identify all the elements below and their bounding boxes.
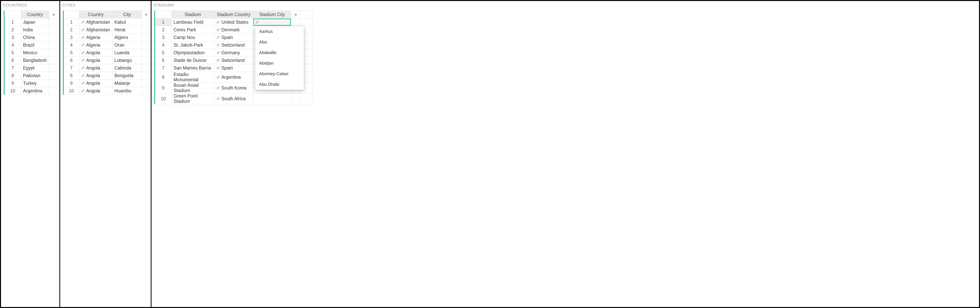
- cell-stadium[interactable]: Busan Asiad Stadium: [172, 83, 214, 94]
- cell-country-link[interactable]: Angola: [79, 64, 112, 72]
- cell-city[interactable]: Benguela: [112, 72, 142, 79]
- column-header-stadium[interactable]: Stadium: [172, 11, 214, 18]
- stadium-city-dropdown[interactable]: AarhusAbaAbakalikiAbidjanAbomey-CalaviAb…: [255, 26, 304, 90]
- cell-stadium[interactable]: Lambeau Field: [172, 18, 214, 26]
- dropdown-item[interactable]: Abu Dhabi: [255, 79, 304, 90]
- cell-country-link[interactable]: Angola: [79, 57, 112, 64]
- row-number[interactable]: 10: [154, 94, 172, 104]
- cell-stadium[interactable]: Olympiastadion: [172, 49, 214, 57]
- cell-stadium-country-link[interactable]: Spain: [214, 64, 253, 72]
- cell-stadium-country-link[interactable]: Argentina: [214, 72, 253, 83]
- column-header-city[interactable]: City: [112, 11, 142, 18]
- cell-city[interactable]: Huambo: [112, 87, 142, 95]
- table-row[interactable]: 7Egypt: [4, 64, 59, 72]
- cell-country[interactable]: India: [21, 26, 49, 34]
- table-row[interactable]: 4AlgeriaOran: [63, 41, 151, 49]
- cell-stadium[interactable]: San Mames Barria: [172, 64, 214, 72]
- table-row[interactable]: 5AngolaLuanda: [63, 49, 151, 57]
- dropdown-item[interactable]: Aba: [255, 37, 304, 48]
- dropdown-item[interactable]: Abakaliki: [255, 48, 304, 58]
- table-row[interactable]: 2AfghanistanHerat: [63, 26, 151, 34]
- table-row[interactable]: 3AlgeriaAlgiers: [63, 34, 151, 41]
- row-number[interactable]: 4: [63, 41, 79, 49]
- row-number[interactable]: 1: [154, 18, 172, 26]
- row-number[interactable]: 7: [154, 64, 172, 72]
- column-header-stadium-city[interactable]: Stadium City: [253, 11, 291, 18]
- cell-country[interactable]: Japan: [21, 18, 49, 26]
- table-row[interactable]: 5Mexico: [4, 49, 59, 57]
- cell-country[interactable]: Bangladesh: [21, 57, 49, 64]
- add-column-button[interactable]: +: [291, 11, 301, 18]
- row-number[interactable]: 3: [63, 34, 79, 41]
- cell-country[interactable]: Turkey: [21, 79, 49, 87]
- row-number[interactable]: 4: [4, 41, 21, 49]
- row-number[interactable]: 1: [63, 18, 79, 26]
- table-row[interactable]: 10AngolaHuambo: [63, 87, 151, 95]
- row-number[interactable]: 8: [154, 72, 172, 83]
- table-row[interactable]: 10Green Point StadiumSouth Africa: [154, 94, 312, 104]
- cell-stadium-country-link[interactable]: Switzerland: [214, 57, 253, 64]
- table-row[interactable]: 9Turkey: [4, 79, 59, 87]
- table-row[interactable]: 6Bangladesh: [4, 57, 59, 64]
- add-column-button[interactable]: +: [142, 11, 151, 18]
- row-number[interactable]: 2: [63, 26, 79, 34]
- cell-country-link[interactable]: Angola: [79, 87, 112, 95]
- cell-city[interactable]: Herat: [112, 26, 142, 34]
- row-number[interactable]: 10: [63, 87, 79, 95]
- cell-stadium[interactable]: Green Point Stadium: [172, 94, 214, 104]
- cell-stadium-country-link[interactable]: South Africa: [214, 94, 253, 104]
- table-row[interactable]: 7AngolaCabinda: [63, 64, 151, 72]
- cell-city[interactable]: Kabul: [112, 18, 142, 26]
- cell-country-link[interactable]: Algeria: [79, 41, 112, 49]
- cell-stadium[interactable]: Camp Nou: [172, 34, 214, 41]
- row-number[interactable]: 9: [154, 83, 172, 94]
- cell-city[interactable]: Cabinda: [112, 64, 142, 72]
- row-number[interactable]: 3: [4, 34, 21, 41]
- cell-stadium-country-link[interactable]: Denmark: [214, 26, 253, 34]
- row-number[interactable]: 4: [154, 41, 172, 49]
- table-row[interactable]: 10Argentina: [4, 87, 59, 95]
- cell-country[interactable]: Pakistan: [21, 72, 49, 79]
- row-number[interactable]: 6: [63, 57, 79, 64]
- dropdown-item[interactable]: Abomey-Calavi: [255, 68, 304, 79]
- table-row[interactable]: 3China: [4, 34, 59, 41]
- dropdown-item[interactable]: Abidjan: [255, 58, 304, 68]
- cell-country[interactable]: Argentina: [21, 87, 49, 95]
- row-number[interactable]: 2: [4, 26, 21, 34]
- cell-stadium-country-link[interactable]: Switzerland: [214, 41, 253, 49]
- row-number[interactable]: 7: [63, 64, 79, 72]
- row-number[interactable]: 5: [154, 49, 172, 57]
- table-row[interactable]: 8Pakistan: [4, 72, 59, 79]
- cell-city[interactable]: Luanda: [112, 49, 142, 57]
- table-row[interactable]: 9AngolaMalanje: [63, 79, 151, 87]
- cell-city[interactable]: Algiers: [112, 34, 142, 41]
- cell-country[interactable]: Mexico: [21, 49, 49, 57]
- cell-country-link[interactable]: Angola: [79, 72, 112, 79]
- column-header-stadium-country[interactable]: Stadium Country: [214, 11, 253, 18]
- add-column-button[interactable]: +: [49, 11, 59, 18]
- cell-country-link[interactable]: Angola: [79, 79, 112, 87]
- table-row[interactable]: 4Brazil: [4, 41, 59, 49]
- cell-stadium[interactable]: Estadio Monumental: [172, 72, 214, 83]
- dropdown-item[interactable]: Aarhus: [255, 26, 304, 37]
- table-row[interactable]: 2India: [4, 26, 59, 34]
- cell-country[interactable]: China: [21, 34, 49, 41]
- cell-stadium-country-link[interactable]: Germany: [214, 49, 253, 57]
- row-number[interactable]: 9: [4, 79, 21, 87]
- column-header-country[interactable]: Country: [79, 11, 112, 18]
- cell-city[interactable]: Lubango: [112, 57, 142, 64]
- row-number[interactable]: 1: [4, 18, 21, 26]
- cell-stadium-country-link[interactable]: United States: [214, 18, 253, 26]
- cell-stadium[interactable]: Ceres Park: [172, 26, 214, 34]
- cell-edit-frame[interactable]: [253, 19, 291, 25]
- row-number[interactable]: 7: [4, 64, 21, 72]
- cell-country[interactable]: Brazil: [21, 41, 49, 49]
- cell-city[interactable]: Oran: [112, 41, 142, 49]
- table-row[interactable]: 8AngolaBenguela: [63, 72, 151, 79]
- grid-cities[interactable]: Country City + 1AfghanistanKabul2Afghani…: [63, 11, 151, 95]
- dropdown-list[interactable]: AarhusAbaAbakalikiAbidjanAbomey-CalaviAb…: [255, 26, 304, 90]
- cell-country-link[interactable]: Algeria: [79, 34, 112, 41]
- grid-countries[interactable]: Country + 1Japan2India3China4Brazil5Mexi…: [4, 11, 59, 95]
- row-number[interactable]: 6: [154, 57, 172, 64]
- cell-country[interactable]: Egypt: [21, 64, 49, 72]
